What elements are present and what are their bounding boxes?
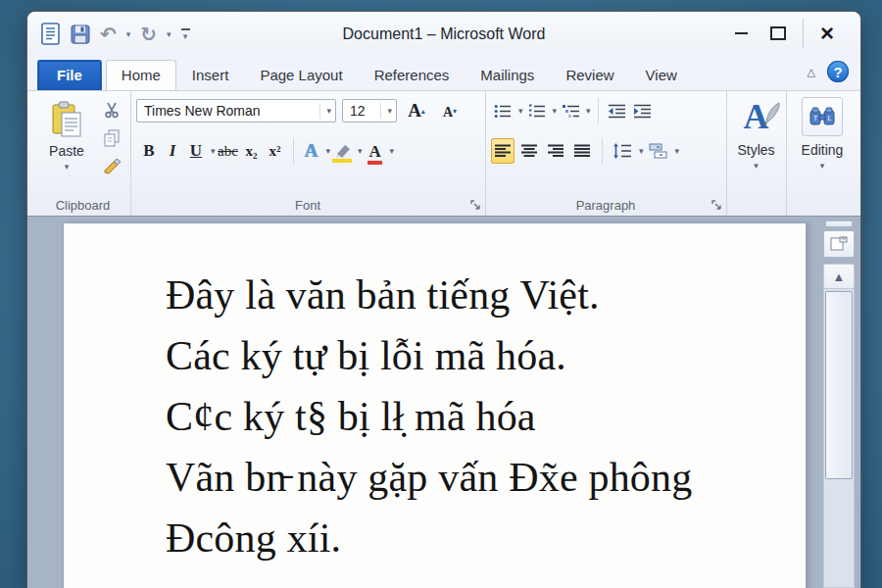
styles-icon: A — [744, 97, 769, 136]
font-name-combobox[interactable]: Times New Roman ▾ — [136, 99, 336, 122]
svg-text:L: L — [828, 115, 832, 122]
font-dialog-launcher-icon[interactable] — [470, 200, 481, 211]
bold-button[interactable]: B — [138, 137, 160, 165]
find-binoculars-icon: TL — [802, 97, 843, 136]
grow-font-button[interactable]: A ▴ — [403, 96, 430, 125]
maximize-button[interactable] — [760, 19, 797, 48]
shading-borders-icon[interactable] — [647, 138, 670, 164]
font-row-1: Times New Roman ▾ 12 ▾ A ▴ A ▾ — [136, 97, 464, 124]
document-line: Đây là văn bản tiếng Việt. — [166, 265, 806, 325]
subscript-button[interactable]: x₂ — [241, 137, 263, 165]
document-page[interactable]: Đây là văn bản tiếng Việt. Các ký tự bị … — [64, 223, 806, 588]
italic-button[interactable]: I — [162, 137, 183, 165]
paste-button[interactable]: Paste ▾ — [41, 96, 92, 186]
collapse-ribbon-icon[interactable]: △ — [808, 66, 815, 78]
divider — [293, 138, 294, 164]
multilevel-dropdown-icon[interactable]: ▾ — [586, 106, 591, 116]
paragraph-dialog-launcher-icon[interactable] — [711, 200, 722, 211]
paragraph-group-label: Paragraph — [485, 198, 726, 213]
highlight-color-button[interactable] — [332, 140, 354, 162]
tab-insert[interactable]: Insert — [176, 60, 245, 90]
styles-label: Styles — [737, 142, 774, 158]
document-line: Đcông xíi. — [166, 508, 806, 568]
paragraph-row-2: ▾ ▾ — [491, 134, 679, 168]
tab-references[interactable]: References — [359, 60, 466, 90]
group-paragraph: ▾ ▾ ▾ — [485, 91, 727, 216]
tab-mailings[interactable]: Mailings — [465, 60, 550, 90]
font-group-label: Font — [130, 198, 485, 213]
format-painter-icon[interactable] — [100, 156, 123, 177]
decrease-indent-icon[interactable] — [606, 98, 629, 123]
bullets-icon[interactable] — [491, 98, 514, 123]
line-spacing-icon[interactable] — [611, 138, 634, 164]
document-line: Các ký tự bị lỗi mã hóa. — [166, 325, 806, 386]
align-center-button[interactable] — [517, 138, 541, 164]
increase-indent-icon[interactable] — [631, 98, 655, 123]
shading-dropdown-icon[interactable]: ▾ — [675, 146, 680, 156]
numbering-icon[interactable] — [525, 98, 549, 123]
clipboard-small-buttons — [100, 99, 123, 177]
cut-icon[interactable] — [100, 99, 123, 121]
align-right-button[interactable] — [544, 138, 567, 164]
paste-label: Paste — [49, 143, 84, 159]
scrollbar-thumb[interactable] — [825, 291, 853, 479]
multilevel-list-icon[interactable] — [559, 98, 582, 123]
editing-dropdown-icon[interactable]: ▾ — [820, 161, 825, 171]
tab-view[interactable]: View — [630, 60, 693, 90]
document-area: Đây là văn bản tiếng Việt. Các ký tự bị … — [27, 216, 860, 588]
editing-label: Editing — [802, 142, 844, 158]
editing-button[interactable]: TL Editing ▾ — [786, 97, 858, 171]
font-color-dropdown-icon[interactable]: ▾ — [390, 146, 395, 156]
group-editing: TL Editing ▾ — [786, 91, 858, 216]
divider — [602, 138, 603, 164]
quill-icon — [761, 95, 783, 134]
font-color-button[interactable]: A — [365, 137, 386, 165]
styles-button[interactable]: A Styles ▾ — [726, 97, 786, 171]
tab-review[interactable]: Review — [550, 60, 629, 90]
document-line: C¢c ký t§ bị lł̣ mã hóa — [166, 386, 806, 447]
paste-dropdown-icon[interactable]: ▾ — [65, 162, 70, 172]
help-icon[interactable]: ? — [827, 61, 849, 82]
shrink-font-button[interactable]: A ▾ — [436, 96, 464, 125]
bullets-dropdown-icon[interactable]: ▾ — [518, 106, 523, 116]
ribbon-tab-bar: File Home Insert Page Layout References … — [27, 57, 860, 90]
tab-home[interactable]: Home — [106, 60, 176, 90]
copy-icon[interactable] — [100, 127, 123, 149]
document-text: Đây là văn bản tiếng Việt. Các ký tự bị … — [64, 223, 806, 568]
ruler-toggle-button[interactable] — [823, 230, 855, 258]
scrollbar-track[interactable] — [823, 289, 855, 588]
highlight-dropdown-icon[interactable]: ▾ — [358, 146, 363, 156]
group-clipboard: Paste ▾ Clipboard — [35, 91, 131, 216]
grow-font-arrow-icon: ▴ — [421, 107, 425, 116]
text-effects-dropdown-icon[interactable]: ▾ — [326, 146, 331, 156]
font-color-bar — [368, 161, 381, 165]
superscript-button[interactable]: x² — [265, 137, 286, 165]
underline-dropdown-icon[interactable]: ▾ — [211, 146, 216, 156]
font-row-2: B I U ▾ abc x₂ x² A ▾ ▾ A ▾ — [138, 134, 394, 168]
underline-button[interactable]: U — [185, 137, 207, 165]
line-spacing-dropdown-icon[interactable]: ▾ — [639, 146, 644, 156]
tab-bar-right-controls: △ ? — [808, 61, 849, 82]
justify-button[interactable] — [570, 138, 594, 164]
minimize-button[interactable] — [722, 19, 760, 48]
ribbon: Paste ▾ Clipboard Times New Roman — [27, 90, 860, 217]
font-size-combobox[interactable]: 12 ▾ — [342, 99, 397, 122]
tab-page-layout[interactable]: Page Layout — [244, 60, 358, 90]
close-button[interactable]: × — [803, 19, 851, 48]
font-name-dropdown-icon[interactable]: ▾ — [319, 103, 331, 119]
font-size-dropdown-icon[interactable]: ▾ — [380, 103, 392, 119]
document-line: Vãn bn̵ này gặp vấn Đx̃e phông — [166, 447, 806, 508]
numbering-dropdown-icon[interactable]: ▾ — [553, 106, 558, 116]
scroll-up-button[interactable]: ▲ — [823, 264, 855, 289]
highlight-color-bar — [332, 159, 352, 163]
ruler-icon — [830, 236, 848, 252]
tab-file[interactable]: File — [37, 60, 102, 90]
styles-dropdown-icon[interactable]: ▾ — [754, 161, 759, 171]
highlighter-pen-icon — [333, 143, 353, 159]
paste-clipboard-icon — [50, 101, 83, 138]
align-left-button[interactable] — [491, 138, 514, 164]
text-effects-button[interactable]: A — [301, 137, 322, 165]
strikethrough-button[interactable]: abc — [218, 137, 239, 165]
split-window-handle[interactable] — [825, 220, 853, 227]
paragraph-row-1: ▾ ▾ ▾ — [491, 97, 655, 124]
